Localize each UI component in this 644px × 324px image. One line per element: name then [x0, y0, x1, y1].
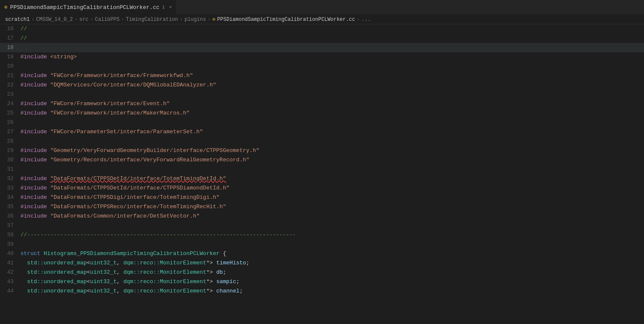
code-line-20: 20: [0, 62, 644, 71]
code-line-34: 34 #include "DataFormats/CTPPSDigi/inter…: [0, 193, 644, 202]
line-num-27: 27: [0, 127, 20, 137]
breadcrumb-sep: ›: [31, 17, 34, 23]
code-line-32: 32 #include "DataFormats/CTPPSDetId/inte…: [0, 174, 644, 184]
line-num-43: 43: [0, 277, 20, 287]
line-content-22: #include "DQMServices/Core/interface/DQM…: [20, 80, 644, 90]
code-line-18: 18: [0, 43, 644, 52]
code-line-27: 27 #include "FWCore/ParameterSet/interfa…: [0, 127, 644, 137]
breadcrumb-item-cmssw[interactable]: CMSSW_14_0_2: [36, 17, 73, 23]
tab-label: PPSDiamondSampicTimingCalibrationPCLWork…: [10, 4, 160, 11]
code-line-38: 38 //-----------------------------------…: [0, 230, 644, 240]
code-line-30: 30 #include "Geometry/Records/interface/…: [0, 155, 644, 165]
line-content-38: //--------------------------------------…: [20, 230, 644, 240]
line-content-40: struct Histograms_PPSDiamondSampicTiming…: [20, 249, 644, 258]
editor: 16 // 17 // 18 19 #include <string> 20 2…: [0, 24, 644, 324]
tab-close-button[interactable]: ×: [169, 5, 172, 10]
line-num-19: 19: [0, 52, 20, 62]
line-num-32: 32: [0, 174, 20, 184]
code-line-33: 33 #include "DataFormats/CTPPSDetId/inte…: [0, 184, 644, 193]
line-content-41: std::unordered_map<uint32_t, dqm::reco::…: [20, 258, 644, 268]
breadcrumb-sep-3: ›: [90, 17, 93, 23]
line-content-35: #include "DataFormats/CTPPSReco/interfac…: [20, 202, 644, 212]
line-num-30: 30: [0, 155, 20, 165]
code-line-29: 29 #include "Geometry/VeryForwardGeometr…: [0, 146, 644, 155]
editor-tab[interactable]: ⊕ PPSDiamondSampicTimingCalibrationPCLWo…: [0, 0, 177, 14]
line-content-24: #include "FWCore/Framework/interface/Eve…: [20, 99, 644, 109]
line-content-43: std::unordered_map<uint32_t, dqm::reco::…: [20, 277, 644, 287]
code-line-41: 41 std::unordered_map<uint32_t, dqm::rec…: [0, 258, 644, 268]
code-line-25: 25 #include "FWCore/Framework/interface/…: [0, 109, 644, 118]
line-num-18: 18: [0, 43, 20, 52]
line-content-21: #include "FWCore/Framework/interface/Fra…: [20, 71, 644, 80]
line-content-30: #include "Geometry/Records/interface/Ver…: [20, 155, 644, 165]
code-line-21: 21 #include "FWCore/Framework/interface/…: [0, 71, 644, 80]
breadcrumb-item-timingcal[interactable]: TimingCalibration: [126, 17, 178, 23]
file-icon: ⊕: [4, 4, 8, 11]
line-num-25: 25: [0, 109, 20, 118]
breadcrumb-item-dots: ...: [362, 17, 371, 23]
line-content-33: #include "DataFormats/CTPPSDetId/interfa…: [20, 184, 644, 193]
line-num-29: 29: [0, 146, 20, 155]
line-num-22: 22: [0, 80, 20, 90]
line-content-17: //: [20, 34, 644, 43]
code-line-40: 40 struct Histograms_PPSDiamondSampicTim…: [0, 249, 644, 258]
breadcrumb-item-plugins[interactable]: plugins: [185, 17, 206, 23]
line-num-40: 40: [0, 249, 20, 258]
breadcrumb-sep-2: ›: [74, 17, 77, 23]
line-content-29: #include "Geometry/VeryForwardGeometryBu…: [20, 146, 644, 155]
breadcrumb-file-icon: ⊕: [212, 16, 215, 23]
breadcrumb-item-src[interactable]: src: [79, 17, 88, 23]
line-num-41: 41: [0, 258, 20, 268]
breadcrumb-sep-6: ›: [208, 17, 211, 23]
line-num-17: 17: [0, 34, 20, 43]
line-content-27: #include "FWCore/ParameterSet/interface/…: [20, 127, 644, 137]
line-num-44: 44: [0, 287, 20, 296]
code-line-31: 31: [0, 165, 644, 174]
line-content-42: std::unordered_map<uint32_t, dqm::reco::…: [20, 268, 644, 277]
line-num-35: 35: [0, 202, 20, 212]
code-line-42: 42 std::unordered_map<uint32_t, dqm::rec…: [0, 268, 644, 277]
breadcrumb-sep-7: ›: [357, 17, 360, 23]
line-content-19: #include <string>: [20, 52, 644, 62]
code-line-36: 36 #include "DataFormats/Common/interfac…: [0, 212, 644, 221]
code-line-35: 35 #include "DataFormats/CTPPSReco/inter…: [0, 202, 644, 212]
line-num-24: 24: [0, 99, 20, 109]
line-content-25: #include "FWCore/Framework/interface/Mak…: [20, 109, 644, 118]
line-num-38: 38: [0, 230, 20, 240]
breadcrumb-sep-5: ›: [180, 17, 182, 23]
line-num-20: 20: [0, 62, 20, 71]
code-line-44: 44 std::unordered_map<uint32_t, dqm::rec…: [0, 287, 644, 296]
breadcrumb-item-calibpps[interactable]: CalibPPS: [95, 17, 120, 23]
line-content-32: #include "DataFormats/CTPPSDetId/interfa…: [20, 174, 644, 184]
line-content-16: //: [20, 24, 644, 34]
code-line-24: 24 #include "FWCore/Framework/interface/…: [0, 99, 644, 109]
code-line-23: 23: [0, 90, 644, 99]
line-content-36: #include "DataFormats/Common/interface/D…: [20, 212, 644, 221]
breadcrumb: scratch1 › CMSSW_14_0_2 › src › CalibPPS…: [0, 15, 644, 24]
code-line-43: 43 std::unordered_map<uint32_t, dqm::rec…: [0, 277, 644, 287]
line-num-37: 37: [0, 221, 20, 230]
line-num-36: 36: [0, 212, 20, 221]
line-content-44: std::unordered_map<uint32_t, dqm::reco::…: [20, 287, 644, 296]
line-num-23: 23: [0, 90, 20, 99]
code-line-39: 39: [0, 240, 644, 249]
code-line-26: 26: [0, 118, 644, 127]
line-num-34: 34: [0, 193, 20, 202]
breadcrumb-sep-4: ›: [121, 17, 124, 23]
breadcrumb-item-scratch1[interactable]: scratch1: [5, 17, 30, 23]
code-line-22: 22 #include "DQMServices/Core/interface/…: [0, 80, 644, 90]
code-line-17: 17 //: [0, 34, 644, 43]
code-line-19: 19 #include <string>: [0, 52, 644, 62]
code-line-28: 28: [0, 137, 644, 146]
code-line-16: 16 //: [0, 24, 644, 34]
line-num-21: 21: [0, 71, 20, 80]
line-content-34: #include "DataFormats/CTPPSDigi/interfac…: [20, 193, 644, 202]
code-container: 16 // 17 // 18 19 #include <string> 20 2…: [0, 24, 644, 324]
line-num-16: 16: [0, 24, 20, 34]
line-num-39: 39: [0, 240, 20, 249]
tab-number: 1: [162, 5, 165, 10]
line-num-28: 28: [0, 137, 20, 146]
code-line-37: 37: [0, 221, 644, 230]
breadcrumb-item-file[interactable]: PPSDiamondSampicTimingCalibrationPCLWork…: [217, 17, 355, 23]
line-num-33: 33: [0, 184, 20, 193]
